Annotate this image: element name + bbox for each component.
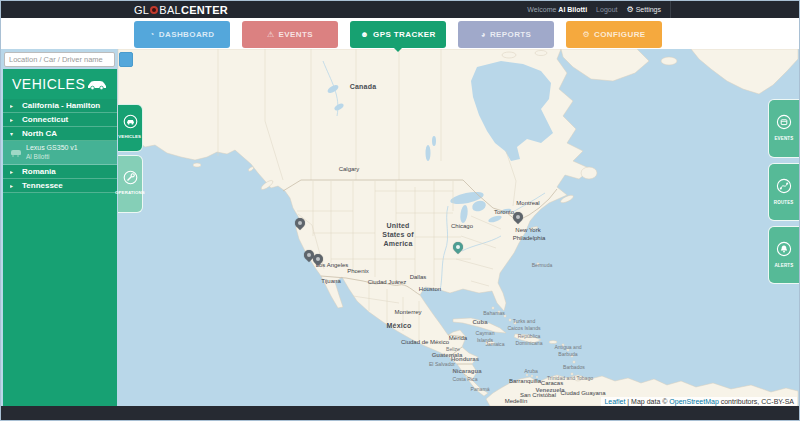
car-icon bbox=[86, 78, 108, 90]
sidebar-tab-operations[interactable]: OPERATIONS bbox=[118, 155, 143, 213]
nav-tab[interactable]: CONFIGURE bbox=[566, 21, 662, 48]
expand-arrow-icon: ▾ bbox=[3, 131, 22, 137]
list-item[interactable]: ▾ North CA bbox=[3, 127, 117, 141]
list-item[interactable]: ▸ Connecticut bbox=[3, 113, 117, 127]
expand-arrow-icon: ▸ bbox=[3, 169, 22, 175]
expand-arrow-icon: ▸ bbox=[3, 183, 22, 189]
list-item[interactable]: ▸ Tennessee bbox=[3, 179, 117, 193]
right-tab-events-label: EVENTS bbox=[775, 136, 794, 141]
vehicle-groups-list: ▸ California - Hamilton ▸ Connecticut bbox=[3, 99, 117, 193]
item-label: Romania bbox=[22, 167, 56, 177]
wrench-circle-icon bbox=[123, 170, 138, 185]
nav-tab-label: REPORTS bbox=[490, 30, 531, 39]
main-nav: DASHBOARD EVENTS GPS TRACKER REPORTS CON… bbox=[1, 18, 799, 49]
right-tab-routes-label: ROUTES bbox=[774, 199, 794, 204]
calendar-circle-icon bbox=[776, 114, 792, 130]
search-go-button[interactable] bbox=[119, 52, 133, 67]
vehicles-panel-header: VEHICLES bbox=[3, 69, 117, 99]
warning-triangle-icon bbox=[267, 31, 275, 39]
sidebar-tab-operations-label: OPERATIONS bbox=[115, 191, 145, 196]
settings-button[interactable]: ⚙Settings bbox=[627, 5, 661, 14]
bottom-bar bbox=[1, 406, 799, 421]
nav-tab[interactable]: DASHBOARD bbox=[134, 21, 230, 48]
vehicle-car-icon bbox=[11, 150, 21, 155]
leaflet-link[interactable]: Leaflet bbox=[604, 398, 625, 405]
wrench-icon: ⚙ bbox=[627, 5, 634, 14]
nav-tab-label: EVENTS bbox=[279, 30, 313, 39]
item-sublabel: Al Bilotti bbox=[26, 153, 78, 161]
item-label: California - Hamilton bbox=[22, 101, 100, 111]
expand-arrow-icon: ▸ bbox=[3, 103, 22, 109]
logout-link[interactable]: Logout bbox=[596, 6, 617, 13]
right-tab-alerts[interactable]: ALERTS bbox=[768, 226, 799, 284]
right-tab-events[interactable]: EVENTS bbox=[768, 99, 799, 158]
right-tab-routes[interactable]: ROUTES bbox=[768, 163, 799, 221]
welcome-text: Welcome Al Bilotti bbox=[527, 6, 587, 13]
gauge-icon bbox=[150, 31, 155, 39]
nav-tab-label: GPS TRACKER bbox=[373, 30, 436, 39]
top-header-bar: GLBALCENTER Welcome Al Bilotti Logout ⚙S… bbox=[1, 1, 799, 18]
search-input[interactable] bbox=[4, 52, 115, 67]
list-item[interactable]: Lexus GS350 v1 Al Bilotti bbox=[3, 141, 117, 165]
nav-tab[interactable]: EVENTS bbox=[242, 21, 338, 48]
logo-text-3: CENTER bbox=[181, 4, 228, 16]
right-tab-alerts-label: ALERTS bbox=[775, 262, 794, 267]
app-logo: GLBALCENTER bbox=[134, 1, 228, 18]
pie-chart-icon bbox=[481, 31, 486, 39]
map-attribution: Leaflet | Map data © OpenStreetMap contr… bbox=[601, 397, 797, 406]
expand-arrow-icon: ▸ bbox=[3, 117, 22, 123]
list-item[interactable]: ▸ Romania bbox=[3, 165, 117, 179]
item-label: North CA bbox=[22, 129, 57, 139]
map-canvas[interactable] bbox=[1, 49, 800, 406]
vehicles-panel: VEHICLES ▸ California - Hamilton bbox=[3, 69, 117, 406]
username: Al Bilotti bbox=[558, 6, 587, 13]
sidebar-tab-vehicles[interactable]: VEHICLES bbox=[118, 104, 143, 152]
header-divider bbox=[670, 1, 671, 18]
logo-text-2: BAL bbox=[159, 4, 181, 16]
nav-tab-label: DASHBOARD bbox=[159, 30, 215, 39]
wrench-icon bbox=[582, 31, 590, 39]
item-label: Connecticut bbox=[22, 115, 68, 125]
item-label: Lexus GS350 v1 bbox=[26, 144, 78, 153]
person-pin-icon bbox=[360, 31, 369, 39]
nav-tab[interactable]: REPORTS bbox=[458, 21, 554, 48]
attribution-suffix: contributors, CC-BY-SA bbox=[719, 398, 794, 405]
item-label: Tennessee bbox=[22, 181, 63, 191]
car-circle-icon bbox=[123, 114, 138, 129]
globe-icon bbox=[150, 6, 158, 14]
panel-title: VEHICLES bbox=[12, 76, 85, 92]
osm-link[interactable]: OpenStreetMap bbox=[669, 398, 718, 405]
list-item[interactable]: ▸ California - Hamilton bbox=[3, 99, 117, 113]
nav-tab-label: CONFIGURE bbox=[594, 30, 646, 39]
sidebar-tab-vehicles-label: VEHICLES bbox=[119, 135, 142, 140]
attribution-text: | Map data © bbox=[625, 398, 669, 405]
gps-tracker-app: Canada Calgary United States of America … bbox=[0, 0, 800, 421]
bell-circle-icon bbox=[776, 241, 792, 257]
route-circle-icon bbox=[776, 178, 792, 194]
logo-text-1: GL bbox=[134, 4, 149, 16]
nav-tab[interactable]: GPS TRACKER bbox=[350, 21, 446, 48]
